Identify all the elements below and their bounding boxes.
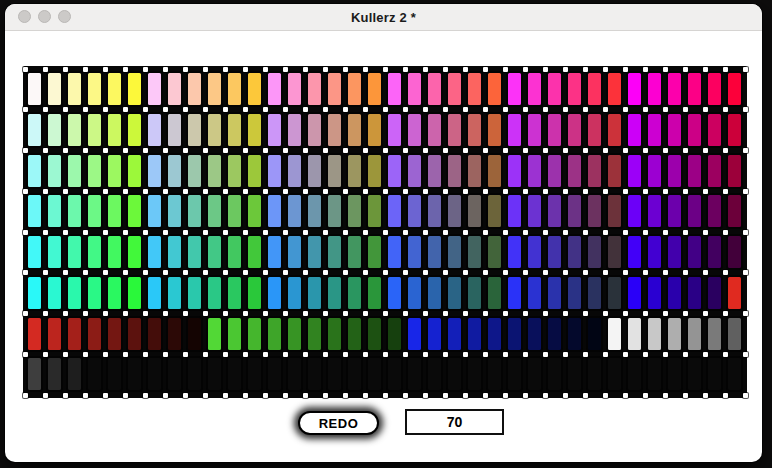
grid-control-point[interactable] — [703, 189, 708, 194]
color-swatch[interactable] — [226, 193, 243, 229]
color-swatch[interactable] — [646, 234, 663, 270]
color-swatch[interactable] — [226, 71, 243, 107]
color-swatch[interactable] — [606, 153, 623, 189]
color-swatch[interactable] — [206, 234, 223, 270]
color-swatch[interactable] — [666, 193, 683, 229]
grid-control-point[interactable] — [183, 148, 188, 153]
color-swatch[interactable] — [246, 316, 263, 352]
grid-control-point[interactable] — [163, 270, 168, 275]
grid-control-point[interactable] — [583, 148, 588, 153]
grid-control-point[interactable] — [343, 352, 348, 357]
grid-control-point[interactable] — [403, 311, 408, 316]
grid-control-point[interactable] — [323, 270, 328, 275]
grid-control-point[interactable] — [703, 270, 708, 275]
color-swatch[interactable] — [86, 316, 103, 352]
grid-control-point[interactable] — [303, 393, 308, 398]
grid-control-point[interactable] — [323, 148, 328, 153]
grid-control-point[interactable] — [163, 352, 168, 357]
grid-control-point[interactable] — [503, 148, 508, 153]
grid-control-point[interactable] — [43, 270, 48, 275]
color-swatch[interactable] — [506, 234, 523, 270]
color-swatch[interactable] — [666, 356, 683, 392]
grid-control-point[interactable] — [543, 311, 548, 316]
grid-control-point[interactable] — [603, 189, 608, 194]
grid-control-point[interactable] — [443, 189, 448, 194]
grid-control-point[interactable] — [623, 393, 628, 398]
grid-control-point[interactable] — [363, 230, 368, 235]
grid-control-point[interactable] — [23, 67, 28, 72]
color-swatch[interactable] — [86, 356, 103, 392]
grid-control-point[interactable] — [523, 189, 528, 194]
color-swatch[interactable] — [726, 112, 743, 148]
color-swatch[interactable] — [586, 316, 603, 352]
grid-control-point[interactable] — [123, 189, 128, 194]
grid-control-point[interactable] — [123, 67, 128, 72]
color-swatch[interactable] — [226, 234, 243, 270]
color-swatch[interactable] — [366, 316, 383, 352]
grid-control-point[interactable] — [603, 393, 608, 398]
color-swatch[interactable] — [166, 356, 183, 392]
color-swatch[interactable] — [626, 153, 643, 189]
grid-control-point[interactable] — [583, 189, 588, 194]
color-swatch[interactable] — [266, 234, 283, 270]
grid-control-point[interactable] — [443, 352, 448, 357]
grid-control-point[interactable] — [723, 230, 728, 235]
grid-control-point[interactable] — [423, 311, 428, 316]
color-swatch[interactable] — [146, 316, 163, 352]
grid-control-point[interactable] — [463, 67, 468, 72]
color-swatch[interactable] — [266, 316, 283, 352]
color-swatch[interactable] — [626, 234, 643, 270]
color-swatch[interactable] — [126, 356, 143, 392]
grid-control-point[interactable] — [163, 393, 168, 398]
grid-control-point[interactable] — [703, 107, 708, 112]
grid-control-point[interactable] — [643, 189, 648, 194]
grid-control-point[interactable] — [343, 189, 348, 194]
color-swatch[interactable] — [546, 275, 563, 311]
color-swatch[interactable] — [466, 112, 483, 148]
color-swatch[interactable] — [586, 275, 603, 311]
color-swatch[interactable] — [666, 316, 683, 352]
grid-control-point[interactable] — [603, 230, 608, 235]
color-swatch[interactable] — [426, 234, 443, 270]
color-swatch[interactable] — [486, 193, 503, 229]
color-swatch[interactable] — [526, 234, 543, 270]
color-swatch[interactable] — [526, 193, 543, 229]
color-swatch[interactable] — [326, 275, 343, 311]
grid-control-point[interactable] — [43, 352, 48, 357]
color-swatch[interactable] — [46, 275, 63, 311]
color-swatch[interactable] — [366, 356, 383, 392]
grid-control-point[interactable] — [583, 67, 588, 72]
grid-control-point[interactable] — [503, 270, 508, 275]
grid-control-point[interactable] — [483, 230, 488, 235]
color-swatch[interactable] — [146, 112, 163, 148]
grid-control-point[interactable] — [23, 230, 28, 235]
grid-control-point[interactable] — [203, 189, 208, 194]
color-swatch[interactable] — [346, 193, 363, 229]
color-swatch[interactable] — [286, 275, 303, 311]
grid-control-point[interactable] — [723, 311, 728, 316]
grid-control-point[interactable] — [263, 230, 268, 235]
grid-control-point[interactable] — [563, 148, 568, 153]
color-swatch[interactable] — [246, 275, 263, 311]
color-swatch[interactable] — [346, 316, 363, 352]
color-swatch[interactable] — [46, 316, 63, 352]
color-swatch[interactable] — [386, 316, 403, 352]
color-swatch[interactable] — [506, 316, 523, 352]
color-swatch[interactable] — [726, 316, 743, 352]
color-swatch[interactable] — [306, 153, 323, 189]
grid-control-point[interactable] — [563, 67, 568, 72]
color-swatch[interactable] — [386, 71, 403, 107]
color-swatch[interactable] — [706, 71, 723, 107]
grid-control-point[interactable] — [563, 189, 568, 194]
color-swatch[interactable] — [126, 112, 143, 148]
color-swatch[interactable] — [426, 193, 443, 229]
grid-control-point[interactable] — [683, 393, 688, 398]
grid-control-point[interactable] — [63, 148, 68, 153]
color-swatch[interactable] — [106, 275, 123, 311]
color-swatch[interactable] — [106, 71, 123, 107]
color-swatch[interactable] — [446, 234, 463, 270]
color-swatch[interactable] — [626, 356, 643, 392]
color-swatch[interactable] — [706, 112, 723, 148]
grid-control-point[interactable] — [63, 67, 68, 72]
color-swatch[interactable] — [366, 193, 383, 229]
